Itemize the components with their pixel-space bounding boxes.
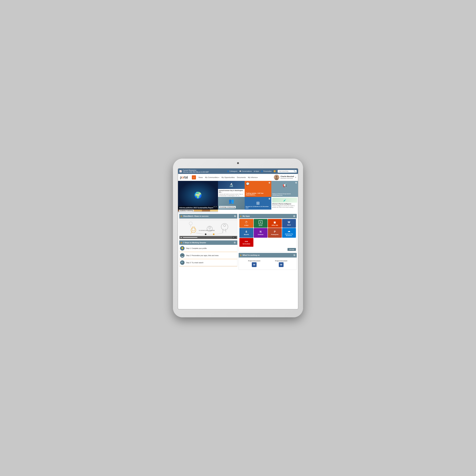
apps-link[interactable]: ⊞ Apps xyxy=(254,170,259,172)
clock-icon2: 🕐 xyxy=(295,182,297,184)
manage-button[interactable]: Manage xyxy=(288,248,296,251)
app-onenote[interactable]: N OneNote xyxy=(254,228,268,238)
step-icon-2: 💻 xyxy=(180,253,185,258)
steps-header: ▶ 7 Steps to Working Smarter ⚙ xyxy=(179,240,237,245)
nav-my-communities[interactable]: My Communities xyxy=(205,176,219,178)
user-icon: 👤 xyxy=(261,170,263,172)
colleagues-link[interactable]: 👤 Colleagues xyxy=(227,170,237,172)
powerpoint-label: Powerpoint xyxy=(271,234,278,235)
portal-logo: portal xyxy=(180,175,188,179)
pharma-img: 🧪 xyxy=(272,198,297,203)
servicenow-label: ServiceNow xyxy=(243,243,250,245)
hd-badge: HD :: xyxy=(232,237,236,238)
onenote-icon: N xyxy=(260,230,261,233)
personalise-link[interactable]: 👤 Personalise xyxy=(261,170,272,172)
user-title: Business Executive xyxy=(281,178,294,179)
nav-my-informa[interactable]: My Informa xyxy=(248,176,258,178)
onenote-label: OneNote xyxy=(258,234,263,235)
svg-point-12 xyxy=(205,233,206,235)
project-doc-2[interactable]: Project Document W xyxy=(268,260,294,267)
clock-icon3: 🕐 xyxy=(269,198,270,200)
news-investor-day[interactable]: 🔬 Annual Investor Day in Washington DC..… xyxy=(218,181,245,197)
clock-icon: 🕐 xyxy=(269,182,270,184)
excel-icon: X xyxy=(259,221,262,224)
svg-point-10 xyxy=(209,227,211,229)
user-name: Charlie Marshall xyxy=(281,175,294,178)
apps-content: ⏱ e-days X Excel ◼ Office 365 xyxy=(239,218,297,252)
steps-title-text: 7 Steps to Working Smarter xyxy=(183,242,206,244)
news-results[interactable]: 🕐 ⊞ Results for 12 Months to 31 December… xyxy=(245,197,271,210)
news-investor-title: Annual Investor Day in Washington DC... xyxy=(219,190,244,193)
search-box[interactable]: 🔍 xyxy=(278,170,297,173)
working-on-header: ▶ What I'm working on ⧉ xyxy=(239,253,297,257)
myapps-title-text: My Apps xyxy=(243,215,250,217)
main-nav: portal ⌂ News My Communities My Opportun… xyxy=(178,174,298,181)
step-item-2[interactable]: 💻 Step 2: Personalise your apps, links a… xyxy=(179,252,237,259)
doc-icon-2: W xyxy=(279,262,284,267)
sharematch-header: ▶ ShareMatch: Share in success ⧉ xyxy=(179,214,237,219)
app-excel[interactable]: X Excel xyxy=(254,219,268,228)
step-item-1[interactable]: 💡 Step 1: Complete your profile xyxy=(179,245,237,252)
home-button[interactable]: ⌂ xyxy=(192,175,196,179)
news-taylor[interactable]: 📢 🕐 Taylor & Francis Group launch TandFC… xyxy=(271,181,298,197)
video-controls: ▶ HD :: xyxy=(179,236,237,239)
news-pharma[interactable]: 🧪 Informa's Pharma Intelligence Pharma i… xyxy=(271,197,298,210)
news-taylor-text: Taylor & Francis Group launch TandFChina… xyxy=(272,193,297,196)
doc-icon-1: W xyxy=(252,262,256,267)
next-arrow[interactable]: > xyxy=(216,205,217,208)
apps-label: Apps xyxy=(255,170,259,172)
app-powerpoint[interactable]: P Powerpoint xyxy=(268,228,282,238)
sharematch-video: to connect and collaborate xyxy=(179,219,237,239)
notifications-button[interactable]: 8 xyxy=(273,170,276,172)
app-onedrive[interactable]: ☁ OneDrive for Business xyxy=(282,228,296,238)
news-main-item[interactable]: 🌍 Informa publishes 2015 Sustainability … xyxy=(178,181,218,210)
news-nav-arrows: < > xyxy=(214,205,217,208)
project-doc-1[interactable]: Project Document W xyxy=(241,260,267,267)
working-on-title-text: What I'm working on xyxy=(243,254,260,256)
news-knowledge[interactable]: 👥 Knowledge & Networking xyxy=(218,197,245,210)
app-office365[interactable]: ◼ Office 365 xyxy=(268,219,282,228)
conversations-link[interactable]: 💬 Conversations xyxy=(239,170,252,172)
app-word[interactable]: W Word xyxy=(282,219,296,228)
user-dropdown-icon[interactable]: ▾ xyxy=(295,176,296,178)
nav-my-opportunities[interactable]: My Opportunities xyxy=(221,176,235,178)
play-button[interactable]: ▶ xyxy=(181,237,182,238)
app-edays[interactable]: ⏱ e-days xyxy=(239,219,253,228)
lab-icon: 🔬 xyxy=(229,183,234,187)
news-academic[interactable]: Academic Publishing xyxy=(178,210,218,213)
video-area: to connect and collaborate xyxy=(179,221,237,237)
nav-documents[interactable]: Documents xyxy=(237,176,246,178)
pharma-desc: Pharma intelligence's brands are trusted… xyxy=(272,205,297,208)
lower-right: ▶ My Apps ⊞ ⏱ e-days xyxy=(239,214,297,270)
edays-icon: ⏱ xyxy=(245,221,248,224)
steps-title: ▶ 7 Steps to Working Smarter xyxy=(181,242,206,244)
project-doc-label-1: Project Document xyxy=(248,260,260,262)
lower-grid: ▶ ShareMatch: Share in success ⧉ xyxy=(178,213,298,271)
news-knowledge-label: Knowledge & Networking xyxy=(219,206,236,208)
office365-label: Office 365 xyxy=(272,224,278,226)
sharematch-title: ▶ ShareMatch: Share in success xyxy=(181,215,208,217)
step-icon-3: 🔍 xyxy=(180,260,185,265)
news-investor-text: Annual Investor Day in Washington DC... … xyxy=(218,189,245,197)
step-item-3[interactable]: 🔍 Step 3: Try smart search xyxy=(179,259,237,266)
ibenefit-label: iBenefit xyxy=(244,234,249,235)
step-text-1: Step 1: Complete your profile xyxy=(186,248,207,249)
apps-grid: ⏱ e-days X Excel ◼ Office 365 xyxy=(239,218,297,247)
nav-news[interactable]: News xyxy=(199,176,203,178)
news-trading-update[interactable]: 💬 🕐 Trading Update - Full Year Expectati… xyxy=(245,181,271,197)
share-price-info: Current Shareprice: Informa (L6E) 652.60… xyxy=(183,170,209,173)
chevron-icon4: ▶ xyxy=(240,254,241,256)
svg-point-17 xyxy=(189,222,192,225)
app-servicenow[interactable]: now ServiceNow xyxy=(239,238,253,247)
steps-list: 💡 Step 1: Complete your profile 💻 Step 2… xyxy=(179,245,237,266)
chevron-icon2: ▶ xyxy=(181,242,182,244)
nav-links: News My Communities My Opportunities Doc… xyxy=(199,176,271,178)
ipad-frame: 📈 Current Shareprice: Informa (L6E) 652.… xyxy=(173,159,303,317)
prev-arrow[interactable]: < xyxy=(214,205,215,208)
app-ibenefit[interactable]: ß iBenefit xyxy=(239,228,253,238)
onedrive-icon: ☁ xyxy=(288,229,290,233)
svg-point-1 xyxy=(276,176,277,178)
search-input[interactable] xyxy=(279,170,293,172)
user-area: Charlie Marshall Business Executive ▾ xyxy=(274,175,296,180)
user-info: Charlie Marshall Business Executive xyxy=(281,175,294,179)
